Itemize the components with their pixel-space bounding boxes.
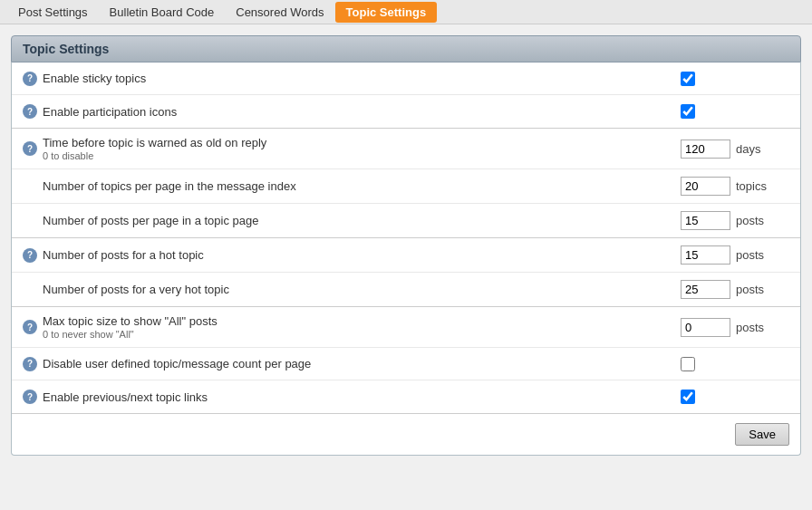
group-hot-topics: ? Number of posts for a hot topic posts … bbox=[12, 238, 800, 307]
unit-topics-per-page: topics bbox=[736, 179, 767, 193]
input-hot-topic[interactable] bbox=[681, 245, 730, 265]
group-sticky-participation: ? Enable sticky topics ? Enable particip… bbox=[12, 63, 800, 129]
row-disable-user-defined: ? Disable user defined topic/message cou… bbox=[12, 348, 800, 380]
label-enable-prev-next: Enable previous/next topic links bbox=[43, 390, 681, 404]
unit-max-topic-size: posts bbox=[736, 321, 764, 334]
unit-hot-topic: posts bbox=[736, 248, 764, 262]
input-very-hot-topic[interactable] bbox=[681, 280, 730, 299]
row-enable-prev-next: ? Enable previous/next topic links bbox=[12, 380, 800, 413]
label-max-topic-size: Max topic size to show "All" posts bbox=[43, 314, 681, 328]
input-area-posts-per-page-topic: posts bbox=[681, 211, 789, 230]
input-area-time-warned: days bbox=[681, 140, 789, 159]
unit-time-warned: days bbox=[736, 142, 760, 156]
input-area-enable-prev-next bbox=[681, 390, 789, 404]
nav-bar: Post Settings Bulletin Board Code Censor… bbox=[0, 0, 812, 24]
unit-very-hot-topic: posts bbox=[736, 283, 764, 296]
checkbox-disable-user-defined[interactable] bbox=[681, 357, 695, 371]
group-time-pages: ? Time before topic is warned as old on … bbox=[12, 129, 800, 238]
input-area-participation bbox=[681, 104, 789, 119]
label-enable-participation: Enable participation icons bbox=[43, 105, 681, 119]
page-content: Topic Settings ? Enable sticky topics ? … bbox=[0, 24, 812, 510]
input-time-warned[interactable] bbox=[681, 140, 730, 159]
label-topics-per-page: Number of topics per page in the message… bbox=[23, 179, 681, 193]
nav-post-settings[interactable]: Post Settings bbox=[7, 2, 99, 23]
hint-max-topic-size: 0 to never show "All" bbox=[43, 329, 681, 340]
input-max-topic-size[interactable] bbox=[681, 318, 730, 337]
label-area-max-topic-size: Max topic size to show "All" posts 0 to … bbox=[43, 314, 681, 340]
help-icon-sticky[interactable]: ? bbox=[23, 72, 37, 86]
row-enable-sticky: ? Enable sticky topics bbox=[12, 63, 800, 95]
help-icon-participation[interactable]: ? bbox=[23, 104, 37, 119]
hint-time-warned: 0 to disable bbox=[43, 150, 681, 161]
section-body: ? Enable sticky topics ? Enable particip… bbox=[11, 63, 801, 456]
help-icon-disable-user-defined[interactable]: ? bbox=[23, 357, 37, 371]
label-very-hot-topic: Number of posts for a very hot topic bbox=[23, 283, 681, 296]
nav-bulletin-board-code[interactable]: Bulletin Board Code bbox=[99, 2, 226, 23]
group-misc: ? Max topic size to show "All" posts 0 t… bbox=[12, 307, 800, 414]
help-icon-time-warned[interactable]: ? bbox=[23, 141, 37, 156]
row-very-hot-topic: Number of posts for a very hot topic pos… bbox=[12, 273, 800, 306]
label-time-warned: Time before topic is warned as old on re… bbox=[43, 136, 681, 149]
row-max-topic-size: ? Max topic size to show "All" posts 0 t… bbox=[12, 307, 800, 348]
row-enable-participation: ? Enable participation icons bbox=[12, 95, 800, 128]
row-topics-per-page: Number of topics per page in the message… bbox=[12, 169, 800, 204]
input-posts-per-page-topic[interactable] bbox=[681, 211, 730, 230]
section-header: Topic Settings bbox=[11, 35, 801, 63]
input-area-topics-per-page: topics bbox=[681, 177, 789, 196]
checkbox-enable-prev-next[interactable] bbox=[681, 390, 695, 404]
checkbox-enable-participation[interactable] bbox=[681, 104, 695, 119]
save-button[interactable]: Save bbox=[735, 423, 789, 446]
save-row: Save bbox=[12, 414, 800, 455]
label-posts-per-page-topic: Number of posts per page in a topic page bbox=[23, 214, 681, 227]
input-area-sticky bbox=[681, 72, 789, 86]
label-enable-sticky: Enable sticky topics bbox=[43, 72, 681, 85]
row-posts-per-page-topic: Number of posts per page in a topic page… bbox=[12, 204, 800, 237]
input-area-max-topic-size: posts bbox=[681, 318, 789, 337]
nav-topic-settings[interactable]: Topic Settings bbox=[335, 2, 438, 23]
row-hot-topic: ? Number of posts for a hot topic posts bbox=[12, 238, 800, 273]
unit-posts-per-page-topic: posts bbox=[736, 214, 764, 227]
label-disable-user-defined: Disable user defined topic/message count… bbox=[43, 357, 681, 370]
label-area-time-warned: Time before topic is warned as old on re… bbox=[43, 136, 681, 161]
section-title: Topic Settings bbox=[23, 42, 109, 56]
input-area-hot-topic: posts bbox=[681, 245, 789, 265]
nav-censored-words[interactable]: Censored Words bbox=[225, 2, 334, 23]
help-icon-max-topic-size[interactable]: ? bbox=[23, 320, 37, 334]
input-area-very-hot-topic: posts bbox=[681, 280, 789, 299]
label-hot-topic: Number of posts for a hot topic bbox=[43, 248, 681, 262]
input-topics-per-page[interactable] bbox=[681, 177, 730, 196]
input-area-disable-user-defined bbox=[681, 357, 789, 371]
row-time-warned: ? Time before topic is warned as old on … bbox=[12, 129, 800, 169]
help-icon-hot-topic[interactable]: ? bbox=[23, 248, 37, 263]
help-icon-enable-prev-next[interactable]: ? bbox=[23, 390, 37, 404]
checkbox-enable-sticky[interactable] bbox=[681, 72, 695, 86]
